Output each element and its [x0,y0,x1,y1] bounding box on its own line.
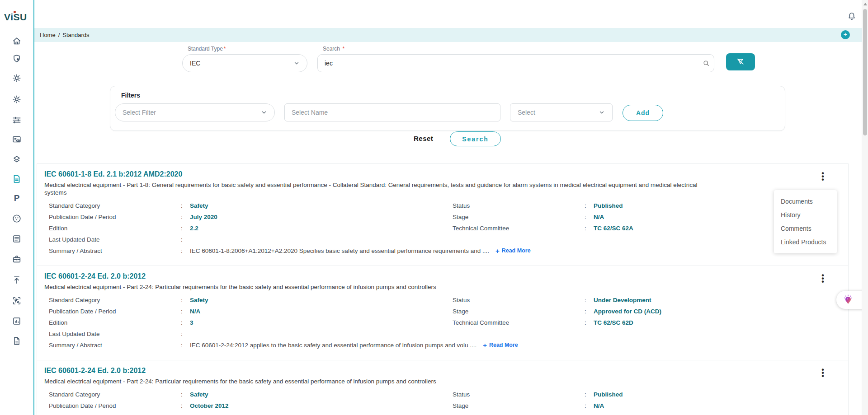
summary-text: IEC 60601-2-24:2012 applies to the basic… [190,341,476,349]
field-label: Status [453,202,585,210]
filter-name-input[interactable] [284,103,500,121]
top-header: RN [34,0,868,28]
shield-user-icon[interactable] [12,54,22,64]
plus-icon: + [495,247,500,255]
scrollbar-up-arrow[interactable] [863,3,867,5]
field-label: Standard Category [49,296,181,304]
breadcrumb-current: Standards [62,32,89,38]
field-value: TC 62/SC 62D [594,413,633,415]
standard-card: IEC 60601-2-24 Ed. 2.0 b:2012 Medical el… [37,266,848,360]
document-icon[interactable] [12,336,22,346]
field-value: Published [594,202,623,210]
reset-button[interactable]: Reset [414,135,433,142]
breadcrumb-home[interactable]: Home [40,32,56,38]
menu-item-comments[interactable]: Comments [774,222,837,235]
field-label: Stage [453,402,585,410]
menu-item-history[interactable]: History [774,208,837,222]
field-label: Edition [49,413,181,415]
filter-clear-button[interactable] [726,53,755,70]
notifications-bell-icon[interactable] [847,11,857,21]
field-label: Standard Category [49,202,181,210]
menu-item-linked-products[interactable]: Linked Products [774,235,837,249]
search-input[interactable] [317,54,714,72]
brand-logo[interactable]: ViSU [4,12,27,23]
field-label: Status [453,296,585,304]
qr-scan-icon[interactable] [12,296,22,306]
field-label: Standard Category [49,391,181,398]
standards-list: IEC 60601-1-8 Ed. 2.1 b:2012 AMD2:2020 M… [37,163,849,415]
standard-title[interactable]: IEC 60601-1-8 Ed. 2.1 b:2012 AMD2:2020 [44,170,841,178]
search-button[interactable]: Search [450,131,501,146]
vertical-scrollbar [862,0,868,415]
breadcrumb-bar: Home/Standards + [34,28,868,42]
chevron-down-icon [261,109,267,116]
field-label: Edition [49,319,181,326]
card-menu-kebab-icon[interactable]: ••• [818,368,827,378]
card-link-icon[interactable] [12,135,22,145]
field-label: Publication Date / Period [49,402,181,410]
field-label: Stage [453,308,585,315]
field-label: Technical Committee [453,413,585,415]
chevron-down-icon [293,60,300,66]
field-value: Safety [190,391,208,398]
filter-value-select[interactable]: Select [510,103,613,121]
settings-alt-gear-icon[interactable] [12,94,22,104]
add-filter-button[interactable]: Add [623,105,663,121]
briefcase-icon[interactable] [12,254,22,264]
idea-bulb-icon [842,294,854,306]
filter-value-placeholder: Select [518,109,535,116]
filter-type-placeholder: Select Filter [123,109,156,116]
field-value: N/A [594,213,604,221]
field-label: Summary / Abstract [49,247,181,255]
field-value: N/A [594,402,604,410]
sidebar-divider [33,0,34,415]
upload-icon[interactable] [12,275,22,285]
card-menu-kebab-icon[interactable]: ••• [818,171,827,181]
standard-type-label: Standard Type* [188,46,226,52]
scrollbar-thumb[interactable] [863,9,867,135]
read-more-link[interactable]: +Read More [483,341,518,349]
home-icon[interactable] [12,36,22,46]
document-active-icon[interactable] [12,174,22,184]
add-circle-button[interactable]: + [841,30,850,39]
field-label: Last Updated Date [49,330,181,338]
card-context-menu: Documents History Comments Linked Produc… [774,190,837,253]
filter-type-select[interactable]: Select Filter [115,103,275,121]
field-value: Approved for CD (ACD) [594,308,661,315]
standard-description: Medical electrical equipment - Part 1-8:… [44,181,704,196]
menu-item-documents[interactable]: Documents [774,195,837,208]
field-label: Edition [49,224,181,232]
field-value: N/A [190,308,200,315]
standard-title[interactable]: IEC 60601-2-24 Ed. 2.0 b:2012 [44,272,841,280]
field-value: 2.2 [190,224,198,232]
field-value: TC 62/SC 62D [594,319,633,326]
bar-chart-icon[interactable] [12,316,22,326]
field-value: Safety [190,202,208,210]
standard-title[interactable]: IEC 60601-2-24 Ed. 2.0 b:2012 [44,366,841,375]
socket-dots-icon[interactable] [12,214,22,224]
filters-title: Filters [121,92,140,99]
card-menu-kebab-icon[interactable]: ••• [818,273,827,283]
field-label: Summary / Abstract [49,341,181,349]
search-label: Search * [323,46,344,52]
parking-p-icon[interactable]: P [12,193,22,203]
field-value: Under Development [594,296,651,304]
required-asterisk: * [224,46,226,52]
field-value: 2 [190,413,193,415]
layers-icon[interactable] [12,154,22,164]
breadcrumb-separator: / [58,32,60,38]
sliders-icon[interactable] [12,115,22,125]
standard-description: Medical electrical equipment - Part 2-24… [44,378,704,385]
field-label: Publication Date / Period [49,213,181,221]
standard-type-select[interactable]: IEC [182,54,307,72]
search-magnifier-icon [702,59,710,67]
p-glyph: P [12,193,22,203]
read-more-link[interactable]: +Read More [495,247,531,255]
article-icon[interactable] [12,234,22,244]
field-label: Stage [453,213,585,221]
field-label: Publication Date / Period [49,308,181,315]
filter-off-icon [736,57,745,66]
settings-gear-icon[interactable] [12,73,22,83]
field-value: October 2012 [190,402,229,410]
field-value: Published [594,391,623,398]
